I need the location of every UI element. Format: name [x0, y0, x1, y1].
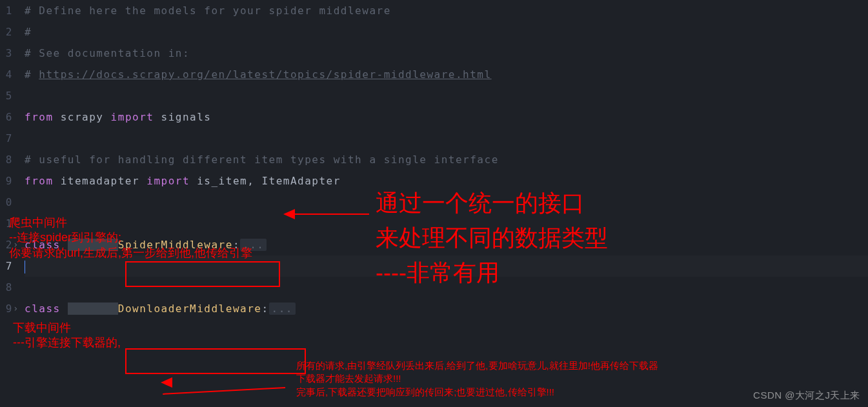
- import-line: from scrapy import signals: [25, 106, 868, 128]
- code-editor[interactable]: 1 2 3 4 5 6 7 8 9 0 1 2 7 8 9 # Define h…: [0, 0, 868, 407]
- line-number: 9: [0, 170, 13, 192]
- line-number: 7: [0, 128, 13, 149]
- line-number: 7: [0, 255, 13, 277]
- class-definition-spider[interactable]: ›class J██iEndSpiderMiddleware:...: [25, 234, 868, 255]
- line-number: 8: [0, 149, 13, 170]
- line-number: 9: [0, 298, 13, 319]
- line-number: 4: [0, 64, 13, 85]
- line-number: 2: [0, 21, 13, 43]
- line-number: 6: [0, 106, 13, 128]
- line-number: 8: [0, 277, 13, 298]
- line-number: 3: [0, 43, 13, 64]
- comment-text: # Define here the models for your spider…: [25, 5, 391, 17]
- doc-link[interactable]: https://docs.scrapy.org/en/latest/topics…: [39, 68, 491, 81]
- comment-text: #: [25, 68, 39, 81]
- line-number: 1: [0, 0, 13, 21]
- line-number: 1: [0, 213, 13, 234]
- watermark-text: CSDN @大河之J天上来: [753, 390, 860, 402]
- line-number: 0: [0, 192, 13, 213]
- line-number-gutter: 1 2 3 4 5 6 7 8 9 0 1 2 7 8 9: [0, 0, 21, 407]
- import-line: from itemadapter import is_item, ItemAda…: [25, 170, 868, 192]
- line-number: 5: [0, 85, 13, 106]
- active-line[interactable]: [25, 255, 868, 277]
- code-content[interactable]: # Define here the models for your spider…: [21, 0, 868, 407]
- text-cursor: [25, 261, 25, 273]
- chevron-right-icon[interactable]: ›: [13, 234, 19, 255]
- fold-indicator[interactable]: ...: [240, 239, 267, 251]
- comment-text: # useful for handling different item typ…: [25, 154, 499, 166]
- comment-text: #: [25, 26, 32, 38]
- class-definition-downloader[interactable]: ›class J██iEndDownloaderMiddleware:...: [25, 298, 868, 319]
- fold-indicator[interactable]: ...: [269, 303, 296, 315]
- line-number: 2: [0, 234, 13, 255]
- chevron-right-icon[interactable]: ›: [13, 298, 19, 319]
- comment-text: # See documentation in:: [25, 47, 190, 59]
